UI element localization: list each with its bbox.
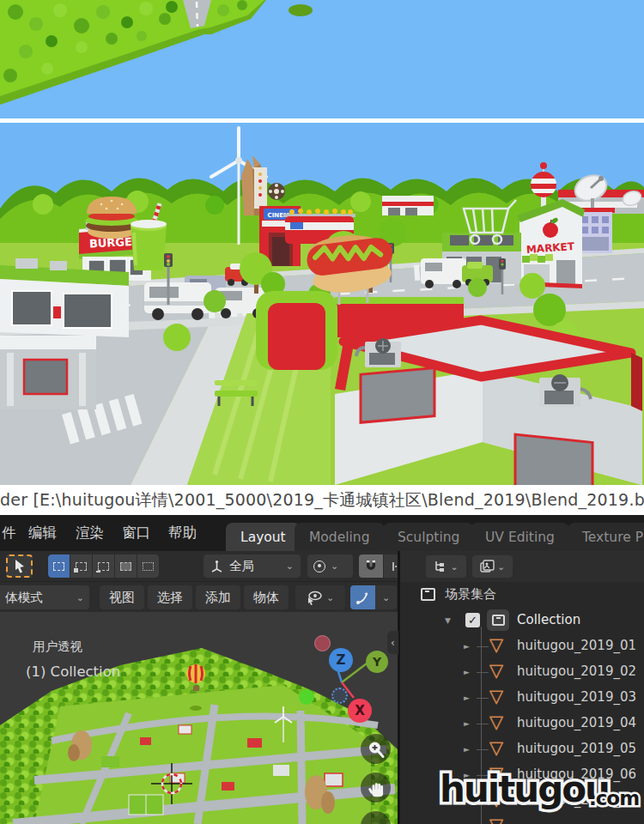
giant-burger: [85, 197, 138, 239]
tab-uv-editing[interactable]: UV Editing: [471, 523, 569, 551]
object-label: huitugou_2019_07: [517, 792, 636, 808]
outliner-header: ⌄ ⌄: [400, 551, 644, 582]
axis-neg-z-ball[interactable]: [331, 688, 348, 704]
region-collapse-chevron[interactable]: ‹: [387, 631, 398, 654]
gizmo-lines: [0, 612, 398, 824]
snap-target-icon: [392, 560, 398, 573]
object-row[interactable]: ► ▽ huitugou_2019_06: [400, 762, 644, 788]
axis-y-ball[interactable]: Y: [366, 651, 388, 673]
object-label: huitugou_2019_02: [517, 663, 636, 679]
small-shop: [382, 196, 434, 215]
mesh-object-icon: ▽: [489, 789, 503, 809]
gizmo-toggle-button[interactable]: [350, 585, 375, 609]
collection-row[interactable]: ▼ ✓ Collection: [400, 608, 644, 633]
select-mode-intersect[interactable]: [137, 554, 159, 578]
collection-checkbox[interactable]: ✓: [465, 613, 480, 627]
display-mode-icon: [480, 560, 495, 573]
snap-magnet-button[interactable]: [359, 554, 383, 578]
scene-collection-label: 场景集合: [445, 586, 496, 603]
menu-add[interactable]: 添加: [196, 585, 240, 609]
tab-modeling[interactable]: Modeling: [295, 523, 385, 551]
expand-arrow-icon[interactable]: ►: [464, 771, 470, 779]
menu-view[interactable]: 视图: [100, 585, 144, 609]
viewport-header: 体模式 ⌄ 视图 选择 添加 物体 ⌄: [0, 581, 398, 612]
object-label: huitugou_2019_06: [517, 766, 636, 782]
chevron-down-icon: ⌄: [450, 562, 458, 572]
screenshot-stage: CINEMA: [0, 0, 644, 824]
menu-help[interactable]: 帮助: [168, 515, 197, 551]
menu-edit[interactable]: 编辑: [28, 515, 57, 551]
outliner-filter-dropdown[interactable]: ⌄: [426, 555, 466, 578]
viewport-3d[interactable]: 用户透视 (1) Collection Z Y X: [0, 612, 398, 824]
cursor-icon: [13, 559, 26, 573]
window-title-bar: der [E:\huitugou详情\2001_5000\2019_卡通城镇社区…: [0, 485, 644, 515]
axis-neg-x-ball[interactable]: [314, 635, 331, 651]
select-mode-invert[interactable]: [115, 554, 137, 578]
select-mode-extend[interactable]: [70, 554, 92, 578]
menu-object[interactable]: 物体: [244, 585, 289, 609]
menu-window[interactable]: 窗口: [122, 515, 150, 551]
menu-file[interactable]: 件: [2, 515, 16, 551]
render-strip-top: [0, 0, 644, 118]
chevron-down-icon: ⌄: [331, 561, 338, 571]
object-row[interactable]: ► ▽ huitugou_2019_01: [400, 633, 644, 659]
axis-x-ball[interactable]: X: [348, 699, 372, 723]
axis-z-ball[interactable]: Z: [329, 648, 353, 672]
object-row[interactable]: ► ▽ huitugou_2019_03: [400, 685, 644, 711]
gizmo-toggle-icon: [355, 591, 370, 605]
blender-window: 件 编辑 渲染 窗口 帮助 Layout Modeling Sculpting …: [0, 515, 644, 824]
menu-render[interactable]: 渲染: [76, 515, 104, 551]
snap-target-dropdown[interactable]: [384, 554, 398, 578]
object-row[interactable]: ► ▽ huitugou_2019_07: [400, 788, 644, 814]
hand-icon: [367, 779, 386, 797]
collection-icon: [487, 609, 509, 631]
mesh-object-icon: ▽: [489, 634, 503, 655]
object-visibility-dropdown[interactable]: ⌄: [295, 585, 345, 609]
object-visibility-icon: [307, 591, 322, 605]
pan-hand-button[interactable]: [361, 772, 391, 803]
object-row[interactable]: ► ▽ huitugou_2019_05: [400, 736, 644, 762]
mesh-object-icon: ▽: [489, 737, 503, 758]
expand-arrow-icon[interactable]: ►: [464, 694, 470, 702]
magnifier-plus-icon: [367, 740, 386, 759]
topbar: 件 编辑 渲染 窗口 帮助 Layout Modeling Sculpting …: [0, 515, 644, 551]
chevron-down-icon: ⌄: [76, 593, 84, 603]
expand-arrow-icon[interactable]: ►: [464, 719, 470, 728]
active-tool-button[interactable]: [6, 554, 33, 578]
expand-arrow-icon[interactable]: ►: [464, 642, 470, 651]
object-row[interactable]: ► ▽ huitugou_2019_02: [400, 659, 644, 685]
tool-settings-header: 全局 ⌄ ⌄: [0, 551, 398, 581]
tab-sculpting[interactable]: Sculpting: [383, 523, 474, 551]
tab-layout[interactable]: Layout: [226, 523, 301, 551]
chevron-down-icon: ⌄: [286, 561, 294, 571]
outliner-tree: 场景集合 ▼ ✓ Collection ► ▽ huitugou_2019_01: [400, 582, 644, 824]
transform-orientation-icon: [210, 560, 223, 573]
menu-select[interactable]: 选择: [148, 585, 192, 609]
zoom-button[interactable]: [361, 734, 391, 764]
tab-texture-paint[interactable]: Texture P: [568, 523, 644, 551]
expand-arrow-icon[interactable]: ►: [464, 668, 470, 676]
chevron-down-icon: ⌄: [382, 593, 390, 603]
main-render: CINEMA: [0, 123, 644, 485]
object-label: huitugou_2019_04: [517, 715, 636, 730]
outliner-display-mode-dropdown[interactable]: ⌄: [472, 555, 513, 578]
expand-arrow-icon[interactable]: ►: [464, 797, 470, 805]
object-label: huitugou_2019_05: [517, 741, 636, 756]
select-mode-new[interactable]: [48, 554, 70, 578]
scene-collection-row[interactable]: 场景集合: [400, 582, 644, 608]
pivot-point-icon: [313, 560, 325, 573]
select-mode-subtract[interactable]: [93, 554, 114, 578]
mesh-object-icon: ▽: [489, 712, 503, 732]
object-row-partial[interactable]: ► ▽: [400, 814, 644, 824]
object-label: huitugou_2019_03: [517, 689, 636, 705]
collapse-arrow-icon[interactable]: ▼: [445, 616, 451, 625]
object-row[interactable]: ► ▽ huitugou_2019_04: [400, 711, 644, 736]
mode-dropdown[interactable]: 体模式 ⌄: [0, 585, 89, 609]
transform-orientation-dropdown[interactable]: 全局 ⌄: [204, 554, 301, 578]
scene-collection-icon: [421, 588, 435, 601]
expand-arrow-icon[interactable]: ►: [464, 745, 470, 754]
gizmo-dropdown[interactable]: ⌄: [375, 585, 397, 609]
mesh-object-icon: ▽: [489, 815, 503, 824]
orientation-label: 全局: [229, 558, 254, 574]
pivot-point-dropdown[interactable]: ⌄: [307, 554, 353, 578]
